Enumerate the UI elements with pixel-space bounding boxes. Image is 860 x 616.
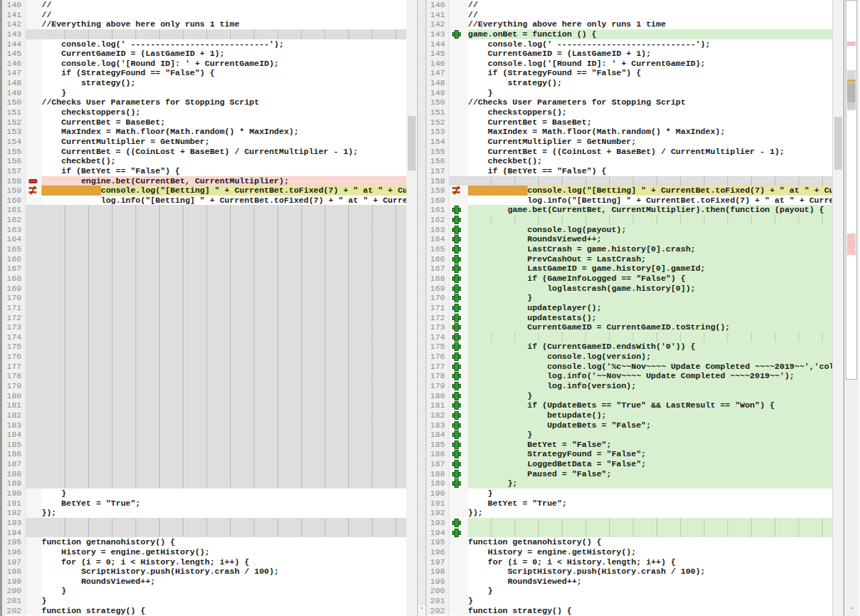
right-scrollbar-thumb[interactable] (834, 117, 842, 170)
diff-margin (449, 186, 468, 196)
code-text (42, 332, 406, 342)
line-number: 182 (6, 410, 26, 420)
diff-margin (449, 0, 468, 10)
code-line-right-161: 161 game.bet(CurrentBet, CurrentMultipli… (426, 205, 832, 215)
diff-margin (26, 68, 42, 78)
diff-margin (449, 137, 468, 147)
left-scroll-down-arrow-icon[interactable]: ˅ (418, 605, 426, 616)
window-left-edge (0, 0, 6, 616)
diff-margin (26, 342, 42, 352)
code-text: //Checks User Parameters for Stopping Sc… (468, 97, 832, 107)
diff-margin (26, 606, 42, 616)
code-text: StrategyFound = "False"; (468, 449, 832, 459)
added-plus-icon (452, 479, 461, 487)
line-number: 192 (426, 508, 449, 518)
added-plus-icon (452, 441, 461, 448)
line-number: 143 (6, 29, 26, 39)
diff-margin (449, 410, 468, 420)
code-text (42, 410, 406, 420)
diff-margin (449, 10, 468, 20)
right-scroll-down-arrow-icon[interactable]: ˅ (844, 605, 859, 616)
code-line-right-181: 181 if (UpdateBets == "True" && LastResu… (426, 400, 832, 410)
navigation-document-map[interactable] (846, 0, 857, 380)
code-text (42, 528, 406, 538)
diff-margin (26, 176, 42, 186)
diff-margin (449, 459, 468, 469)
diff-margin (26, 147, 42, 157)
code-text: } (468, 489, 832, 499)
diff-margin (26, 156, 42, 166)
code-line-left-181: 181 (6, 400, 406, 410)
pane-splitter-scrollbar[interactable]: ˅ (417, 0, 426, 616)
line-number: 165 (426, 244, 449, 254)
code-text: // (42, 0, 406, 10)
code-text: log.info(version); (468, 381, 832, 391)
code-text (42, 371, 406, 381)
diff-margin (26, 528, 42, 538)
code-text: if (CurrentGameID.endsWith('0')) { (468, 342, 832, 352)
code-text: } (468, 293, 832, 303)
diff-margin (449, 440, 468, 450)
code-line-left-184: 184 (6, 430, 406, 440)
code-text: console.log(' --------------------------… (468, 39, 832, 49)
line-number: 146 (6, 59, 26, 69)
code-text: ScriptHistory.push(History.crash / 100); (42, 567, 406, 577)
diff-margin (449, 586, 468, 596)
code-text: Paused = "False"; (468, 469, 832, 479)
code-text (42, 284, 406, 294)
code-text (468, 528, 832, 538)
code-text: } (42, 596, 406, 606)
diff-margin (26, 557, 42, 567)
code-text: } (42, 88, 406, 98)
diff-margin (26, 547, 42, 557)
code-line-right-157: 157 if (BetYet == "False") { (426, 166, 832, 176)
line-number: 192 (6, 508, 26, 518)
left-scrollbar-thumb[interactable] (408, 116, 416, 170)
diff-margin (449, 362, 468, 372)
diff-margin (26, 518, 42, 528)
diff-margin (449, 196, 468, 206)
code-line-left-183: 183 (6, 420, 406, 430)
code-text (42, 478, 406, 489)
line-number: 175 (426, 342, 449, 352)
code-line-left-202: 202function strategy() { (6, 606, 406, 616)
code-line-right-167: 167 LastGameID = game.history[0].gameId; (426, 264, 832, 274)
line-number: 148 (6, 78, 26, 88)
code-line-right-175: 175 if (CurrentGameID.endsWith('0')) { (426, 342, 832, 352)
diff-margin (26, 215, 42, 225)
line-number: 168 (6, 274, 26, 284)
code-line-right-202: 202function strategy() { (426, 606, 832, 616)
compare-navigation-bar[interactable]: ˅ (844, 0, 859, 616)
code-line-right-141: 141// (426, 10, 832, 20)
code-text: updateplayer(); (468, 303, 832, 313)
code-line-left-187: 187 (6, 459, 406, 469)
code-text: function strategy() { (42, 606, 406, 616)
line-number: 169 (6, 284, 26, 294)
diff-margin (449, 508, 468, 518)
code-line-left-140: 140// (6, 0, 406, 10)
diff-margin (449, 430, 468, 440)
line-number: 157 (6, 166, 26, 176)
line-number: 197 (6, 557, 26, 567)
code-line-right-185: 185 BetYet = "False"; (426, 440, 832, 450)
right-scrollbar[interactable] (832, 0, 844, 616)
code-line-right-169: 169 loglastcrash(game.history[0]); (426, 284, 832, 294)
diff-margin (26, 332, 42, 342)
line-number: 186 (426, 449, 449, 459)
code-line-right-149: 149 } (426, 88, 832, 98)
diff-margin (449, 19, 468, 29)
code-text: engine.bet(CurrentBet, CurrentMultiplier… (42, 176, 406, 186)
code-text: for (i = 0; i < History.length; i++) { (42, 557, 406, 567)
diff-margin (26, 137, 42, 147)
code-text: // (468, 0, 832, 10)
left-scrollbar[interactable] (406, 0, 417, 616)
code-text: if (BetYet == "False") { (42, 166, 406, 176)
code-text (468, 215, 832, 225)
code-text: RoundsViewed++; (468, 234, 832, 244)
line-number: 176 (6, 352, 26, 362)
line-number: 181 (6, 400, 26, 410)
code-line-right-196: 196 History = engine.getHistory(); (426, 547, 832, 557)
code-text (42, 420, 406, 430)
line-number: 149 (6, 88, 26, 98)
code-line-right-192: 192}); (426, 508, 832, 518)
